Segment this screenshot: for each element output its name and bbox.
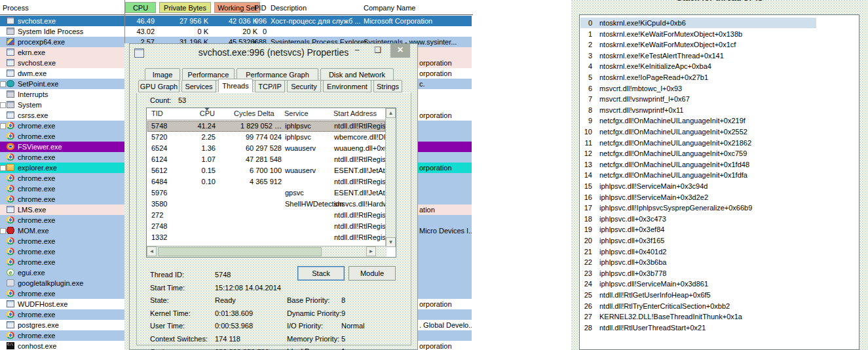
stack-frame-row[interactable]: 21iphlpsvc.dll+0x401d2	[580, 246, 856, 257]
thread-row[interactable]: 5976gpsvcESENT.dll!JetAtta	[147, 187, 385, 199]
tab-gpu-graph[interactable]: GPU Graph	[138, 80, 179, 92]
chrome-icon	[7, 311, 14, 318]
stack-frame-row[interactable]: 23iphlpsvc.dll+0x3b778	[580, 268, 856, 279]
eye-icon	[7, 143, 14, 150]
scroll-right-icon[interactable]: ►	[366, 246, 376, 256]
stack-frame-number: 25	[583, 291, 592, 299]
stack-frame-text: msvcrt.dll!mbtowc_l+0x93	[599, 85, 682, 92]
tab-disk-and-network[interactable]: Disk and Network	[320, 68, 394, 81]
thread-row[interactable]: 65241.3660 297 528wuauservwuaueng.dll+0x…	[147, 143, 385, 154]
thread-row[interactable]: 574841.241 829 052 …iphlpsvcntdll.dll!Rt…	[147, 121, 385, 132]
module-button[interactable]: Module	[349, 266, 396, 281]
tab-strings[interactable]: Strings	[373, 80, 402, 92]
column-header-description[interactable]: Description	[271, 3, 307, 13]
thread-row[interactable]: 272ntdll.dll!RtlRegister	[147, 210, 385, 221]
stack-frame-row[interactable]: 11netcfgx.dll!OnMachineUILanguageInit+0x…	[580, 138, 856, 148]
chrome-icon	[7, 122, 14, 129]
stack-frame-text: iphlpsvc.dll+0x3b6ba	[599, 258, 666, 266]
stack-button[interactable]: Stack	[297, 266, 345, 281]
stack-frame-list[interactable]: 0ntoskrnl.exe!KiCpuId+0xb61ntoskrnl.exe!…	[579, 14, 859, 350]
stack-frame-text: ntdll.dll!RtlTryEnterCriticalSection+0xb…	[599, 302, 730, 310]
stack-frame-row[interactable]: 26ntdll.dll!RtlTryEnterCriticalSection+0…	[580, 301, 856, 311]
thread-col-service[interactable]: Service	[284, 109, 309, 119]
thread-col-cpu[interactable]: CPU	[189, 109, 215, 119]
tab-tcp/ip[interactable]: TCP/IP	[255, 80, 285, 92]
thread-start-address: shsvcs.dll!Hardwa	[334, 200, 385, 208]
stack-frame-row[interactable]: 24iphlpsvc.dll!ServiceMain+0x3d861	[580, 279, 856, 289]
detail-value: 174 118	[215, 335, 240, 343]
stack-frame-row[interactable]: 8msvcrt.dll!vsnwprintf+0x11	[580, 105, 856, 115]
process-row[interactable]: System Idle Process43.020 K20 K0	[0, 26, 472, 37]
column-header-private-bytes[interactable]: Private Bytes	[159, 2, 211, 13]
stack-frame-row[interactable]: 17iphlpsvc.dll!IphlpsvcSysprepGeneralize…	[580, 203, 856, 213]
stack-frame-text: ntoskrnl.exe!KeWaitForMutexObject+0x138b	[599, 30, 742, 38]
tab-image[interactable]: Image	[145, 68, 180, 81]
minimize-button[interactable]: –	[347, 44, 367, 58]
process-pid: 0	[234, 28, 267, 35]
thread-row[interactable]: 3580ShellHWDetectionshsvcs.dll!Hardwa	[147, 199, 385, 210]
stack-frame-row[interactable]: 14netcfgx.dll!OnMachineUILanguageInit+0x…	[580, 170, 856, 180]
stack-frame-row[interactable]: 27KERNEL32.DLL!BaseThreadInitThunk+0x1a	[580, 311, 856, 322]
thread-cpu: 2.25	[185, 133, 216, 142]
stack-frame-text: msvcrt.dll!vsnwprintf+0x11	[599, 106, 683, 114]
stack-frame-number: 3	[583, 52, 592, 60]
thread-tid: 5720	[151, 133, 167, 142]
stack-frame-row[interactable]: 22iphlpsvc.dll+0x3b6ba	[580, 257, 856, 267]
scroll-up-icon[interactable]: ▲	[386, 108, 396, 118]
chrome-icon	[7, 174, 14, 182]
thread-col-cycles-delta[interactable]: Cycles Delta	[234, 109, 274, 119]
stack-frame-row[interactable]: 16iphlpsvc.dll!ServiceMain+0x3d2e2	[580, 192, 856, 203]
thread-cycles-delta: 99 774 024	[219, 133, 282, 142]
thread-row[interactable]: 64840.104 365 912ntdll.dll!RtlRegister	[147, 176, 385, 187]
scroll-down-icon[interactable]: ▼	[386, 237, 396, 247]
scroll-left-icon[interactable]: ◄	[147, 246, 157, 256]
stack-frame-row[interactable]: 15iphlpsvc.dll!ServiceMain+0x3c94d	[580, 181, 856, 191]
stack-frame-row[interactable]: 5ntoskrnl.exe!IoPageRead+0x27b1	[580, 72, 856, 83]
thread-row[interactable]: 1332ntdll.dll!RtlRegister	[147, 232, 385, 243]
stack-frame-row[interactable]: 3ntoskrnl.exe!KeTestAlertThread+0x141	[580, 50, 856, 61]
stack-frame-row[interactable]: 9netcfgx.dll!OnMachineUILanguageInit+0x2…	[580, 115, 856, 126]
column-header-cpu[interactable]: CPU	[125, 2, 156, 13]
thread-list[interactable]: TID CPU Cycles Delta Service Start Addre…	[146, 107, 396, 258]
hscrollbar-thumb[interactable]	[158, 247, 322, 256]
thread-start-address: wuaueng.dll+0x6b	[334, 144, 385, 153]
thread-col-tid[interactable]: TID	[151, 109, 163, 119]
column-header-pid[interactable]: PID	[254, 3, 266, 13]
stack-frame-row[interactable]: 6msvcrt.dll!mbtowc_l+0x93	[580, 83, 856, 94]
thread-row[interactable]: 56120.156 700 100wuauservESENT.dll!JetAt…	[147, 165, 385, 176]
stack-frame-row[interactable]: 19iphlpsvc.dll+0x3ef84	[580, 224, 856, 235]
column-header-working-set[interactable]: Working Set	[214, 2, 260, 13]
process-company-fragment: orporation	[419, 300, 452, 308]
stack-frame-row[interactable]: 10netcfgx.dll!OnMachineUILanguageInit+0x…	[580, 126, 856, 137]
tab-threads[interactable]: Threads	[218, 79, 253, 92]
thread-vscrollbar[interactable]: ▲ ▼	[385, 108, 396, 247]
tab-security[interactable]: Security	[287, 80, 321, 92]
tab-services[interactable]: Services	[181, 80, 216, 92]
stack-frame-row[interactable]: 2ntoskrnl.exe!KeWaitForMutexObject+0x1cf	[580, 39, 856, 50]
procexp-icon	[7, 38, 14, 45]
chrome-icon	[7, 258, 14, 265]
thread-hscrollbar[interactable]: ◄ ►	[147, 246, 387, 257]
stack-frame-row[interactable]: 28ntdll.dll!RtlUserThreadStart+0x21	[580, 322, 856, 333]
close-button[interactable]: ✕	[390, 44, 410, 58]
stack-frame-row[interactable]: 18iphlpsvc.dll+0x3c473	[580, 214, 856, 224]
column-header-company[interactable]: Company Name	[364, 3, 415, 13]
stack-frame-row[interactable]: 20iphlpsvc.dll+0x3f165	[580, 235, 856, 246]
stack-frame-row[interactable]: 13netcfgx.dll!OnMachineUILanguageInit+0x…	[580, 159, 856, 170]
detail-value: 0:01:38.609	[215, 309, 253, 317]
stack-frame-row[interactable]: 12netcfgx.dll!OnMachineUILanguageInit+0x…	[580, 148, 856, 159]
tab-environment[interactable]: Environment	[323, 80, 371, 92]
column-header-process[interactable]: Process	[3, 3, 29, 13]
thread-row[interactable]: 61241.0747 281 548ntdll.dll!RtlRegister	[147, 154, 385, 165]
stack-frame-row[interactable]: 25ntdll.dll!RtlGetUserInfoHeap+0x6f5	[580, 290, 856, 300]
thread-col-start-address[interactable]: Start Address	[333, 109, 377, 119]
stack-frame-row[interactable]: 1ntoskrnl.exe!KeWaitForMutexObject+0x138…	[580, 29, 856, 39]
process-row[interactable]: svchost.exe46.4927 956 K42 036 K996Хост-…	[0, 16, 472, 26]
thread-service: gpsvc	[285, 189, 304, 197]
maximize-button[interactable]: ❑	[368, 44, 388, 58]
stack-frame-row[interactable]: 7msvcrt.dll!vsnwprintf_l+0x67	[580, 94, 856, 104]
thread-row[interactable]: 57202.2599 774 024iphlpsvcwbemcore.dll!D…	[147, 132, 385, 143]
stack-frame-row[interactable]: 0ntoskrnl.exe!KiCpuId+0xb6	[580, 18, 816, 28]
thread-row[interactable]: 2748ntdll.dll!RtlRegister	[147, 221, 385, 232]
stack-frame-row[interactable]: 4ntoskrnl.exe!KeInitializeApc+0xba4	[580, 61, 856, 71]
